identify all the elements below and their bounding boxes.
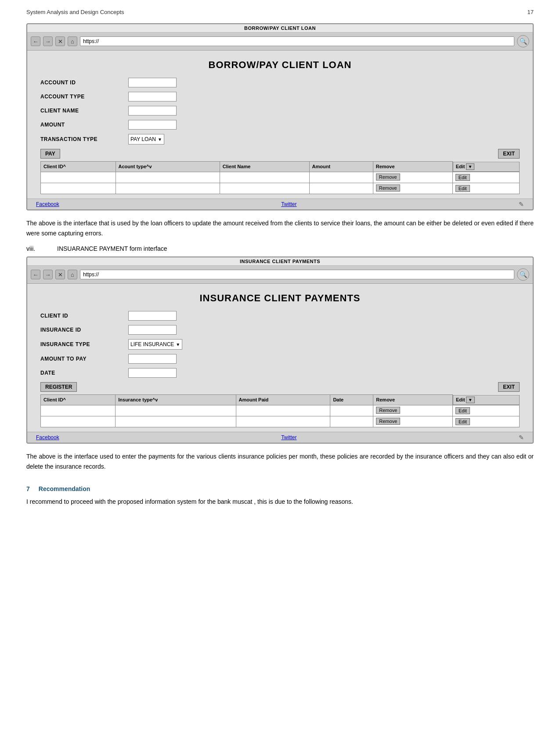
ins-col-insurance-type: Insurance type^v bbox=[116, 395, 236, 405]
ins-table-row-2: Remove Edit bbox=[41, 416, 520, 427]
account-id-label: ACCOUNT ID bbox=[40, 79, 128, 86]
ins-amount-label: AMOUNT TO PAY bbox=[40, 356, 128, 362]
insurance-address-bar[interactable] bbox=[80, 270, 514, 279]
ins-insurance-type-select[interactable]: LIFE INSURANCE ▼ bbox=[128, 339, 182, 350]
client-name-label: CLIENT NAME bbox=[40, 108, 128, 114]
ins-insurance-type-arrow: ▼ bbox=[176, 342, 180, 347]
register-button[interactable]: REGISTER bbox=[40, 382, 77, 392]
insurance-browser-title: INSURANCE CLIENT PAYMENTS bbox=[27, 257, 533, 266]
page-header: System Analysis and Design Concepts 17 bbox=[26, 9, 534, 15]
ins-insurance-type-label: INSURANCE TYPE bbox=[40, 341, 128, 347]
insurance-form-title: INSURANCE CLIENT PAYMENTS bbox=[40, 293, 520, 304]
close-button[interactable]: ✕ bbox=[55, 36, 65, 46]
borrow-browser-toolbar: ← → ✕ ⌂ 🔍 bbox=[27, 33, 533, 51]
ins-home-button[interactable]: ⌂ bbox=[68, 270, 77, 279]
borrow-edit-btn-2[interactable]: Edit bbox=[455, 185, 470, 192]
transaction-type-label: TRANSACTION TYPE bbox=[40, 136, 128, 142]
account-type-input[interactable] bbox=[128, 92, 177, 101]
borrow-edit-btn-1[interactable]: Edit bbox=[455, 174, 470, 181]
borrow-col-remove: Remove bbox=[373, 162, 452, 172]
borrow-browser-title: BORROW/PAY CLIENT LOAN bbox=[27, 24, 533, 33]
borrow-col-client-name: Client Name bbox=[220, 162, 309, 172]
transaction-type-select[interactable]: PAY LOAN ▼ bbox=[128, 134, 164, 145]
borrow-browser-footer: Facebook Twitter ✎ bbox=[27, 199, 533, 210]
ins-date-input[interactable] bbox=[128, 368, 177, 378]
borrow-description: The above is the interface that is used … bbox=[26, 218, 534, 239]
forward-button[interactable]: → bbox=[43, 36, 53, 46]
account-type-label: ACCOUNT TYPE bbox=[40, 94, 128, 100]
borrow-footer-facebook[interactable]: Facebook bbox=[36, 201, 59, 207]
ins-col-amount-paid: Amount Paid bbox=[236, 395, 330, 405]
ins-date-label: DATE bbox=[40, 370, 128, 376]
amount-label: AMOUNT bbox=[40, 122, 128, 128]
ins-date-row: DATE bbox=[40, 368, 520, 378]
borrow-col-amount: Amount bbox=[309, 162, 373, 172]
borrow-exit-button[interactable]: EXIT bbox=[498, 149, 520, 159]
ins-insurance-type-row: INSURANCE TYPE LIFE INSURANCE ▼ bbox=[40, 339, 520, 350]
ins-col-client-id: Client ID^ bbox=[41, 395, 116, 405]
insurance-browser-toolbar: ← → ✕ ⌂ 🔍 bbox=[27, 266, 533, 284]
insurance-table: Client ID^ Insurance type^v Amount Paid … bbox=[40, 394, 520, 427]
account-id-input[interactable] bbox=[128, 78, 177, 87]
insurance-exit-button[interactable]: EXIT bbox=[498, 382, 520, 392]
ins-edit-btn-1[interactable]: Edit bbox=[455, 407, 470, 414]
insurance-search-button[interactable]: 🔍 bbox=[517, 268, 529, 281]
insurance-browser-content: INSURANCE CLIENT PAYMENTS CLIENT ID INSU… bbox=[27, 284, 533, 432]
ins-edit-btn-2[interactable]: Edit bbox=[455, 418, 470, 425]
pay-button[interactable]: PAY bbox=[40, 149, 60, 159]
borrow-remove-btn-1[interactable]: Remove bbox=[376, 173, 400, 181]
ins-insurance-id-label: INSURANCE ID bbox=[40, 327, 128, 333]
ins-footer-facebook[interactable]: Facebook bbox=[36, 434, 59, 441]
borrow-edit-arrow[interactable]: ▼ bbox=[466, 163, 475, 170]
amount-input[interactable] bbox=[128, 120, 177, 130]
account-type-row: ACCOUNT TYPE bbox=[40, 92, 520, 101]
viii-label-num: viii. bbox=[26, 245, 48, 252]
borrow-footer-pen: ✎ bbox=[519, 201, 524, 208]
page-number: 17 bbox=[527, 9, 534, 15]
borrow-table: Client ID^ Acount type^v Client Name Amo… bbox=[40, 161, 520, 194]
borrow-col-account-type: Acount type^v bbox=[116, 162, 220, 172]
borrow-col-edit: Edit ▼ bbox=[453, 162, 520, 172]
ins-remove-btn-2[interactable]: Remove bbox=[376, 418, 400, 425]
ins-insurance-type-value: LIFE INSURANCE bbox=[130, 341, 174, 347]
ins-insurance-id-row: INSURANCE ID bbox=[40, 325, 520, 335]
ins-client-id-row: CLIENT ID bbox=[40, 311, 520, 321]
borrow-footer-twitter[interactable]: Twitter bbox=[281, 201, 296, 207]
recommendation-title: Recommendation bbox=[39, 485, 90, 492]
transaction-type-row: TRANSACTION TYPE PAY LOAN ▼ bbox=[40, 134, 520, 145]
borrow-address-bar[interactable] bbox=[80, 36, 514, 46]
ins-insurance-id-input[interactable] bbox=[128, 325, 177, 335]
ins-remove-btn-1[interactable]: Remove bbox=[376, 407, 400, 414]
viii-section-label: viii. INSUARANCE PAYMENT form interface bbox=[26, 245, 534, 252]
insurance-action-row: REGISTER EXIT bbox=[40, 382, 520, 392]
borrow-col-client-id: Client ID^ bbox=[41, 162, 116, 172]
home-button[interactable]: ⌂ bbox=[68, 36, 77, 46]
ins-amount-input[interactable] bbox=[128, 354, 177, 364]
back-button[interactable]: ← bbox=[31, 36, 40, 46]
ins-close-button[interactable]: ✕ bbox=[55, 270, 65, 279]
insurance-browser-mockup: INSURANCE CLIENT PAYMENTS ← → ✕ ⌂ 🔍 INSU… bbox=[26, 257, 534, 444]
borrow-form-title: BORROW/PAY CLIENT LOAN bbox=[40, 59, 520, 71]
transaction-type-arrow: ▼ bbox=[158, 137, 162, 142]
borrow-remove-btn-2[interactable]: Remove bbox=[376, 184, 400, 192]
borrow-action-row: PAY EXIT bbox=[40, 149, 520, 159]
ins-back-button[interactable]: ← bbox=[31, 270, 40, 279]
borrow-table-row-2: Remove Edit bbox=[41, 183, 520, 194]
ins-forward-button[interactable]: → bbox=[43, 270, 53, 279]
client-name-input[interactable] bbox=[128, 106, 177, 116]
ins-col-edit: Edit ▼ bbox=[453, 395, 520, 405]
insurance-description: The above is the interface used to enter… bbox=[26, 452, 534, 473]
ins-amount-row: AMOUNT TO PAY bbox=[40, 354, 520, 364]
viii-label-title: INSUARANCE PAYMENT form interface bbox=[57, 245, 167, 252]
recommendation-body: I recommend to proceed with the proposed… bbox=[26, 497, 534, 507]
borrow-search-button[interactable]: 🔍 bbox=[517, 35, 529, 47]
ins-edit-arrow[interactable]: ▼ bbox=[466, 397, 475, 403]
ins-footer-pen: ✎ bbox=[519, 434, 524, 441]
ins-client-id-input[interactable] bbox=[128, 311, 177, 321]
ins-footer-twitter[interactable]: Twitter bbox=[281, 434, 296, 441]
ins-table-row-1: Remove Edit bbox=[41, 405, 520, 416]
borrow-table-row-1: Remove Edit bbox=[41, 172, 520, 183]
ins-client-id-label: CLIENT ID bbox=[40, 313, 128, 319]
client-name-row: CLIENT NAME bbox=[40, 106, 520, 116]
recommendation-header: 7 Recommendation bbox=[26, 485, 534, 492]
